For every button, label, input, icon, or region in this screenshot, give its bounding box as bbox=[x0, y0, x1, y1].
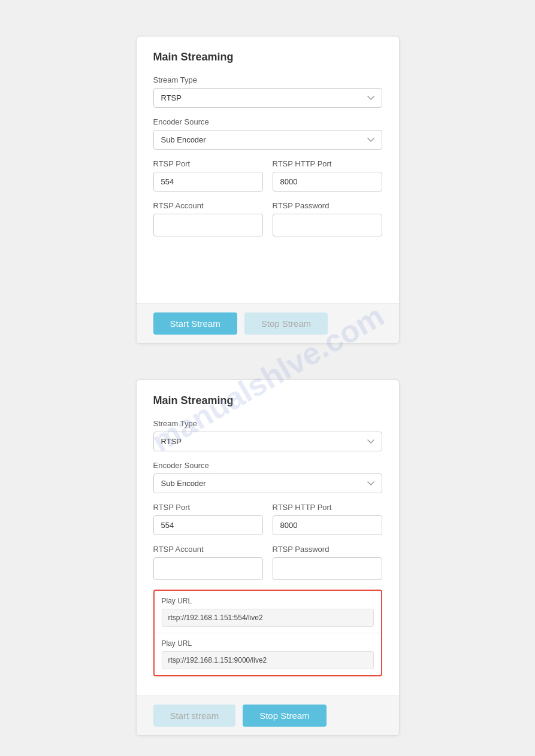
play-url-value-1: rtsp://192.168.1.151:554/live2 bbox=[162, 609, 374, 627]
play-url-label-1: Play URL bbox=[162, 597, 374, 605]
panel-2-stream-type-select[interactable]: RTSP bbox=[153, 432, 382, 451]
play-url-label-2: Play URL bbox=[162, 639, 374, 648]
panel-1-rtsp-http-port-input[interactable] bbox=[273, 172, 382, 192]
play-url-item-2: Play URL rtsp://192.168.1.151:9000/live2 bbox=[155, 633, 381, 675]
panel-2-encoder-source-label: Encoder Source bbox=[153, 461, 382, 470]
panel-2-rtsp-http-port-input[interactable] bbox=[273, 515, 382, 535]
panel-2-stop-stream-button[interactable]: Stop Stream bbox=[243, 705, 326, 727]
panel-2-rtsp-password-label: RTSP Password bbox=[273, 545, 382, 554]
play-url-value-2: rtsp://192.168.1.151:9000/live2 bbox=[162, 651, 374, 669]
panel-2: Main Streaming Stream Type RTSP Encoder … bbox=[136, 379, 400, 736]
panel-1-rtsp-port-label: RTSP Port bbox=[153, 159, 263, 168]
panel-1-encoder-source-select[interactable]: Sub Encoder bbox=[153, 130, 382, 150]
panel-1-rtsp-password-label: RTSP Password bbox=[273, 201, 382, 210]
play-url-item-1: Play URL rtsp://192.168.1.151:554/live2 bbox=[155, 591, 381, 633]
panel-1-rtsp-account-label: RTSP Account bbox=[153, 201, 263, 210]
panel-1-stream-type-label: Stream Type bbox=[153, 75, 382, 84]
panel-2-rtsp-password-input[interactable] bbox=[273, 557, 382, 580]
play-url-section: Play URL rtsp://192.168.1.151:554/live2 … bbox=[153, 590, 382, 676]
panel-2-start-stream-button: Start stream bbox=[153, 705, 236, 727]
panel-1-rtsp-password-input[interactable] bbox=[273, 214, 382, 236]
panel-1-stream-type-select[interactable]: RTSP bbox=[153, 88, 382, 108]
panel-1-stop-stream-button: Stop Stream bbox=[244, 312, 328, 335]
panel-2-rtsp-account-label: RTSP Account bbox=[153, 545, 263, 554]
panel-1-title: Main Streaming bbox=[153, 51, 382, 63]
panel-1-rtsp-http-port-label: RTSP HTTP Port bbox=[273, 159, 382, 168]
panel-2-title: Main Streaming bbox=[153, 394, 382, 407]
panel-2-rtsp-account-input[interactable] bbox=[153, 557, 263, 580]
panel-2-rtsp-port-input[interactable] bbox=[153, 515, 263, 535]
panel-1-start-stream-button[interactable]: Start Stream bbox=[153, 312, 237, 335]
panel-2-rtsp-http-port-label: RTSP HTTP Port bbox=[273, 503, 382, 512]
panel-2-rtsp-port-label: RTSP Port bbox=[153, 503, 263, 512]
panel-2-stream-type-label: Stream Type bbox=[153, 419, 382, 428]
panel-1-rtsp-account-input[interactable] bbox=[153, 214, 263, 236]
panel-2-encoder-source-select[interactable]: Sub Encoder bbox=[153, 473, 382, 493]
panel-1-encoder-source-label: Encoder Source bbox=[153, 117, 382, 126]
panel-1-rtsp-port-input[interactable] bbox=[153, 172, 263, 192]
panel-1: Main Streaming Stream Type RTSP Encoder … bbox=[136, 36, 400, 344]
